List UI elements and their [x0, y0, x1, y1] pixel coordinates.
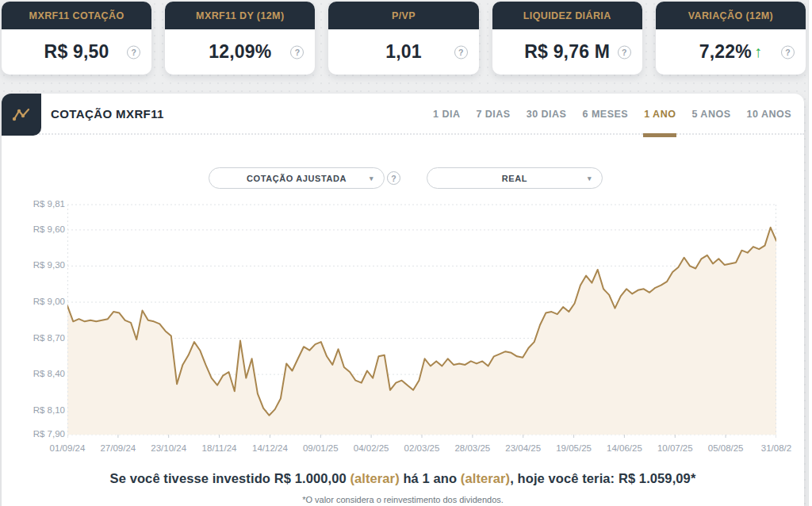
- y-axis-label: R$ 9,60: [2, 224, 65, 234]
- panel-header: COTAÇÃO MXRF11 1 DIA7 DIAS30 DIAS6 MESES…: [2, 94, 804, 135]
- x-axis-label: 18/11/24: [194, 443, 245, 453]
- range-tabs: 1 DIA7 DIAS30 DIAS6 MESES1 ANO5 ANOS10 A…: [433, 94, 791, 135]
- y-axis-label: R$ 9,00: [2, 297, 65, 306]
- x-axis-label: 27/09/24: [93, 443, 144, 453]
- stat-card: MXRF11 DY (12M)12,09%?: [165, 2, 315, 75]
- y-axis-label: R$ 8,40: [2, 369, 65, 378]
- stat-card-header: MXRF11 DY (12M): [165, 2, 315, 29]
- stat-card-header: MXRF11 COTAÇÃO: [2, 2, 151, 29]
- x-axis-label: 19/05/25: [549, 443, 599, 453]
- footnote: *O valor considera o reinvestimento dos …: [48, 495, 757, 504]
- stat-card: VARIAÇÃO (12M)7,22%↑?: [656, 2, 806, 75]
- quote-panel: COTAÇÃO MXRF11 1 DIA7 DIAS30 DIAS6 MESES…: [2, 94, 804, 506]
- y-axis-label: R$ 8,10: [2, 405, 65, 415]
- y-axis-label: R$ 7,90: [2, 429, 65, 439]
- tab-1-ano[interactable]: 1 ANO: [644, 94, 676, 135]
- stat-card-body: 12,09%?: [165, 29, 315, 75]
- x-axis-label: 14/12/24: [244, 443, 295, 453]
- quote-type-dropdown[interactable]: COTAÇÃO AJUSTADA ▾: [209, 167, 385, 189]
- stat-card-body: 7,22%↑?: [656, 29, 806, 75]
- scrollbar-track[interactable]: [808, 0, 812, 506]
- x-axis-label: 10/07/25: [649, 443, 700, 453]
- x-axis-label: 02/03/25: [396, 443, 447, 453]
- y-axis-label: R$ 8,70: [2, 333, 65, 343]
- investment-summary: Se você tivesse investido R$ 1.000,00 (a…: [48, 471, 757, 486]
- investment-text: Se você tivesse investido R$ 1.000,00: [110, 471, 350, 485]
- stat-card-value: 12,09%: [209, 41, 271, 63]
- help-icon[interactable]: ?: [290, 45, 304, 59]
- x-axis-label: 14/06/25: [599, 443, 649, 453]
- x-axis-label: 28/03/25: [447, 443, 498, 453]
- stat-card-value: R$ 9,76 M: [524, 41, 610, 63]
- tab-5-anos[interactable]: 5 ANOS: [691, 94, 730, 135]
- alterar-link[interactable]: (alterar): [350, 471, 399, 485]
- quote-type-help-icon[interactable]: ?: [387, 171, 400, 185]
- stat-card-body: R$ 9,76 M?: [492, 29, 642, 75]
- tab-1-dia[interactable]: 1 DIA: [433, 94, 460, 135]
- stat-card-value: 7,22%: [699, 41, 752, 63]
- line-chart-icon: [2, 94, 41, 136]
- tab-7-dias[interactable]: 7 DIAS: [476, 94, 510, 135]
- stat-card: P/VP1,01?: [328, 2, 478, 75]
- stat-card-value: R$ 9,50: [44, 41, 109, 63]
- currency-dropdown[interactable]: REAL ▾: [427, 167, 603, 189]
- chart-area: R$ 9,81R$ 9,60R$ 9,30R$ 9,00R$ 8,70R$ 8,…: [2, 202, 804, 464]
- stat-card-header: LIQUIDEZ DIÁRIA: [492, 2, 642, 29]
- panel-title: COTAÇÃO MXRF11: [51, 94, 164, 135]
- stat-card-body: 1,01?: [328, 29, 478, 75]
- x-axis-label: 31/08/2: [751, 443, 802, 453]
- x-axis-label: 05/08/25: [700, 443, 751, 453]
- investment-text: há 1 ano: [400, 471, 461, 485]
- tab-6-meses[interactable]: 6 MESES: [582, 94, 628, 135]
- x-axis-label: 09/01/25: [295, 443, 346, 453]
- quote-type-dropdown-label: COTAÇÃO AJUSTADA: [247, 174, 347, 183]
- trend-up-icon: ↑: [754, 43, 762, 61]
- active-tab-underline: [643, 133, 676, 137]
- stat-card-value: 1,01: [385, 41, 422, 63]
- stat-card: LIQUIDEZ DIÁRIAR$ 9,76 M?: [492, 2, 642, 75]
- stat-card: MXRF11 COTAÇÃOR$ 9,50?: [2, 2, 151, 75]
- tab-30-dias[interactable]: 30 DIAS: [527, 94, 567, 135]
- y-axis-label: R$ 9,81: [2, 199, 65, 209]
- stat-card-header: P/VP: [328, 2, 478, 29]
- help-icon[interactable]: ?: [127, 45, 140, 59]
- price-chart[interactable]: [67, 202, 776, 440]
- y-axis-label: R$ 9,30: [2, 260, 65, 270]
- x-axis-label: 01/09/24: [42, 443, 93, 453]
- currency-dropdown-label: REAL: [502, 174, 527, 183]
- alterar-link[interactable]: (alterar): [461, 471, 510, 485]
- x-axis-label: 23/10/24: [144, 443, 194, 453]
- tab-10-anos[interactable]: 10 ANOS: [746, 94, 791, 135]
- chevron-down-icon: ▾: [588, 174, 592, 182]
- chevron-down-icon: ▾: [370, 174, 373, 182]
- stat-card-header: VARIAÇÃO (12M): [656, 2, 806, 29]
- stat-cards-row: MXRF11 COTAÇÃOR$ 9,50?MXRF11 DY (12M)12,…: [2, 2, 806, 75]
- help-icon[interactable]: ?: [454, 45, 468, 59]
- x-axis-label: 04/02/25: [346, 443, 396, 453]
- x-axis-label: 23/04/25: [498, 443, 549, 453]
- help-icon[interactable]: ?: [781, 45, 795, 59]
- investment-text: , hoje você teria: R$ 1.059,09*: [510, 471, 695, 485]
- stat-card-body: R$ 9,50?: [2, 29, 151, 75]
- help-icon[interactable]: ?: [618, 45, 631, 59]
